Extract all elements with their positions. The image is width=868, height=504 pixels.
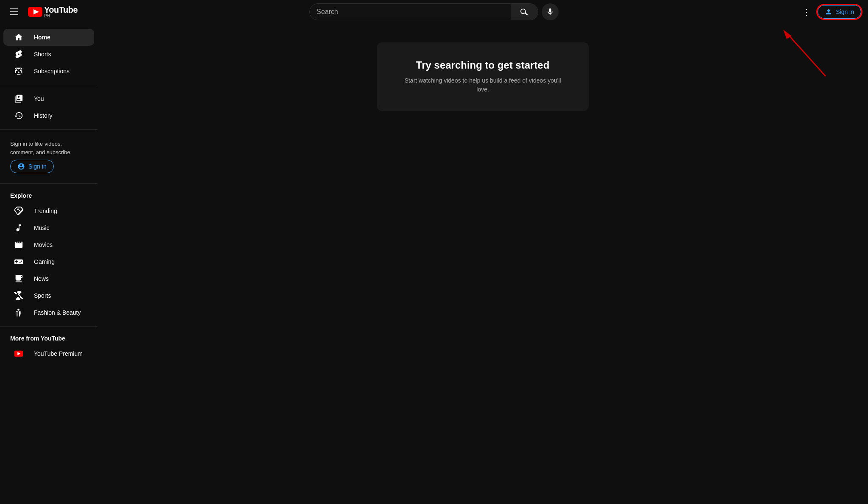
sidebar-nav-music[interactable]: Music <box>3 219 94 236</box>
sidebar-item-label-sports: Sports <box>34 292 51 299</box>
sidebar-item-label-fashion: Fashion & Beauty <box>34 309 81 316</box>
header-left: YouTube PH <box>7 5 104 19</box>
sidebar-nav-shorts[interactable]: Shorts <box>3 46 94 63</box>
empty-state-subtitle: Start watching videos to help us build a… <box>402 76 563 94</box>
header: YouTube PH ⋮ Sign in <box>0 0 868 24</box>
sidebar-nav-sports[interactable]: Sports <box>3 287 94 304</box>
sidebar-nav-fashion[interactable]: Fashion & Beauty <box>3 304 94 321</box>
sidebar-item-label-news: News <box>34 275 49 282</box>
home-icon <box>14 32 24 42</box>
explore-title: Explore <box>0 189 97 202</box>
search-input[interactable] <box>310 8 511 16</box>
mic-button[interactable] <box>542 3 559 20</box>
news-icon <box>14 274 24 284</box>
you-icon <box>14 94 24 104</box>
account-circle-icon <box>17 163 25 170</box>
sidebar-item-label-trending: Trending <box>34 208 57 214</box>
sidebar-item-label-shorts: Shorts <box>34 51 51 58</box>
sidebar-divider-3 <box>0 183 97 184</box>
music-icon <box>14 223 24 233</box>
sidebar-item-label-history: History <box>34 112 53 119</box>
sidebar-item-label-movies: Movies <box>34 241 53 248</box>
sidebar-item-label-gaming: Gaming <box>34 258 55 265</box>
header-right: ⋮ Sign in <box>764 3 861 20</box>
layout: Home Shorts Subscriptions You Hist <box>0 24 868 504</box>
hamburger-button[interactable] <box>7 5 21 19</box>
fashion-icon <box>14 307 24 318</box>
sidebar-nav-trending[interactable]: Trending <box>3 202 94 219</box>
sidebar-nav-subscriptions[interactable]: Subscriptions <box>3 63 94 80</box>
search-button[interactable] <box>511 3 538 20</box>
sign-in-button-header[interactable]: Sign in <box>818 5 861 19</box>
sidebar-nav-premium[interactable]: YouTube Premium <box>3 345 94 362</box>
more-options-icon: ⋮ <box>802 7 811 17</box>
sidebar-nav-history[interactable]: History <box>3 107 94 124</box>
logo[interactable]: YouTube PH <box>28 6 78 18</box>
sidebar-divider-1 <box>0 85 97 85</box>
sidebar-nav-news[interactable]: News <box>3 270 94 287</box>
sign-in-promo: Sign in to like videos, comment, and sub… <box>0 135 97 178</box>
sports-icon <box>14 291 24 301</box>
search-icon <box>520 8 529 16</box>
sidebar-item-label-you: You <box>34 95 44 102</box>
sidebar: Home Shorts Subscriptions You Hist <box>0 24 97 504</box>
sidebar-nav-home[interactable]: Home <box>3 29 94 46</box>
shorts-icon <box>14 49 24 59</box>
sidebar-item-label-subscriptions: Subscriptions <box>34 68 70 75</box>
premium-icon <box>14 349 24 359</box>
sign-in-button-sidebar[interactable]: Sign in <box>10 160 54 173</box>
sidebar-nav-gaming[interactable]: Gaming <box>3 253 94 270</box>
subscriptions-icon <box>14 66 24 76</box>
more-from-yt-title: More from YouTube <box>0 332 97 345</box>
sidebar-item-label-music: Music <box>34 224 50 231</box>
search-bar <box>309 3 538 20</box>
sign-in-promo-text: Sign in to like videos, comment, and sub… <box>10 141 72 155</box>
youtube-logo-icon <box>28 7 42 17</box>
more-options-button[interactable]: ⋮ <box>799 3 814 20</box>
sidebar-item-label-home: Home <box>34 34 50 41</box>
sidebar-divider-4 <box>0 326 97 327</box>
mic-icon <box>546 8 554 16</box>
main-content: Try searching to get started Start watch… <box>97 24 868 504</box>
history-icon <box>14 111 24 121</box>
account-icon <box>825 8 832 16</box>
sidebar-nav-movies[interactable]: Movies <box>3 236 94 253</box>
empty-state-title: Try searching to get started <box>402 59 563 71</box>
sidebar-divider-2 <box>0 129 97 130</box>
sidebar-item-label-premium: YouTube Premium <box>34 350 83 357</box>
sign-in-button-header-label: Sign in <box>836 8 854 15</box>
youtube-wordmark: YouTube <box>44 6 78 14</box>
gaming-icon <box>14 257 24 267</box>
empty-state: Try searching to get started Start watch… <box>377 42 589 111</box>
sidebar-nav-you[interactable]: You <box>3 90 94 107</box>
movies-icon <box>14 240 24 250</box>
youtube-country: PH <box>44 14 78 18</box>
sign-in-button-sidebar-label: Sign in <box>28 163 47 170</box>
header-center <box>104 3 764 20</box>
trending-icon <box>14 206 24 216</box>
